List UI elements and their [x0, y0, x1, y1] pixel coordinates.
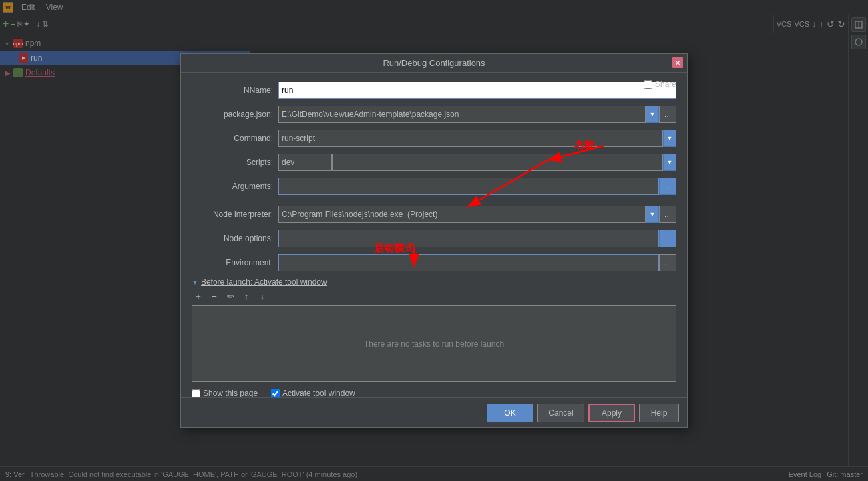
- arguments-browse-btn[interactable]: ⋮: [659, 178, 676, 195]
- environment-input[interactable]: [278, 254, 659, 271]
- before-launch-expand[interactable]: ▼: [192, 279, 198, 286]
- name-input[interactable]: [278, 82, 676, 99]
- before-launch-title[interactable]: Before launch: Activate tool window: [201, 277, 327, 287]
- arguments-input[interactable]: [278, 178, 659, 195]
- activate-tool-window-checkbox[interactable]: [271, 389, 280, 398]
- node-interpreter-dropdown-btn[interactable]: ▼: [646, 206, 659, 223]
- modal-overlay: Run/Debug Configurations ✕ Share NName: …: [0, 0, 868, 481]
- dialog-title: Run/Debug Configurations: [383, 58, 485, 68]
- cancel-button[interactable]: Cancel: [537, 404, 584, 422]
- package-json-dropdown-btn[interactable]: ▼: [646, 106, 659, 123]
- help-button[interactable]: Help: [639, 404, 679, 422]
- before-launch-add-btn[interactable]: +: [192, 289, 205, 303]
- environment-label: Environment:: [192, 258, 278, 267]
- environment-row: Environment: …: [192, 253, 676, 272]
- dialog-footer: OK Cancel Apply Help: [181, 397, 687, 427]
- node-options-label: Node options:: [192, 234, 278, 243]
- launch-tasks-area: There are no tasks to run before launch: [192, 305, 676, 382]
- bottom-checkboxes: Show this page Activate tool window: [192, 389, 676, 398]
- node-interpreter-label: Node interpreter:: [192, 210, 278, 219]
- show-page-label: Show this page: [203, 389, 258, 398]
- package-json-label: package.json:: [192, 110, 278, 119]
- activate-tool-window-checkbox-item: Activate tool window: [271, 389, 355, 398]
- before-launch-header: ▼ Before launch: Activate tool window: [192, 277, 676, 287]
- show-page-checkbox-item: Show this page: [192, 389, 258, 398]
- node-options-input[interactable]: [278, 230, 659, 247]
- arguments-label: Arguments:: [192, 182, 278, 191]
- before-launch-move-up-btn[interactable]: ↑: [240, 289, 253, 303]
- share-checkbox[interactable]: [644, 80, 652, 89]
- before-launch-edit-btn[interactable]: ✏: [224, 289, 237, 303]
- package-json-input[interactable]: [278, 106, 646, 123]
- scripts-select-wrapper: ▼: [278, 154, 676, 171]
- share-label: Share: [655, 79, 676, 89]
- scripts-extra-input[interactable]: [332, 154, 663, 171]
- name-label: NName:: [192, 86, 278, 95]
- node-interpreter-browse-btn[interactable]: …: [659, 206, 676, 223]
- package-json-browse-btn[interactable]: …: [659, 106, 676, 123]
- scripts-row: Scripts: ▼: [192, 153, 676, 172]
- scripts-dropdown-btn[interactable]: ▼: [663, 154, 676, 171]
- ok-button[interactable]: OK: [487, 404, 533, 422]
- command-dropdown-btn[interactable]: ▼: [663, 130, 676, 147]
- name-row: NName: document.currentScript.previousEl…: [192, 81, 676, 100]
- no-tasks-message: There are no tasks to run before launch: [364, 339, 504, 349]
- node-interpreter-wrapper: ▼ …: [278, 206, 676, 223]
- command-label: Command:: [192, 134, 278, 143]
- arguments-row: Arguments: ⋮: [192, 177, 676, 196]
- show-page-checkbox[interactable]: [192, 389, 200, 398]
- dialog-close-button[interactable]: ✕: [672, 57, 683, 68]
- node-interpreter-row: Node interpreter: ▼ …: [192, 205, 676, 224]
- node-interpreter-input[interactable]: [278, 206, 646, 223]
- scripts-input[interactable]: [278, 154, 332, 171]
- command-select-wrapper: run-script ▼: [278, 130, 676, 147]
- command-select[interactable]: run-script: [278, 130, 663, 147]
- dialog-body: NName: document.currentScript.previousEl…: [181, 73, 687, 406]
- activate-tool-window-label: Activate tool window: [282, 389, 355, 398]
- before-launch-remove-btn[interactable]: −: [208, 289, 221, 303]
- apply-button[interactable]: Apply: [588, 404, 635, 422]
- run-debug-dialog: Run/Debug Configurations ✕ Share NName: …: [180, 53, 688, 428]
- share-area: Share: [644, 79, 676, 89]
- before-launch-move-down-btn[interactable]: ↓: [256, 289, 269, 303]
- package-json-select-wrapper: ▼ …: [278, 106, 676, 123]
- command-row: Command: run-script ▼: [192, 129, 676, 148]
- node-options-browse-btn[interactable]: ⋮: [659, 230, 676, 247]
- before-launch-toolbar: + − ✏ ↑ ↓: [192, 289, 676, 303]
- environment-browse-btn[interactable]: …: [659, 254, 676, 271]
- package-json-row: package.json: ▼ …: [192, 105, 676, 124]
- dialog-titlebar: Run/Debug Configurations ✕: [181, 54, 687, 73]
- scripts-label: Scripts:: [192, 158, 278, 167]
- node-options-row: Node options: ⋮: [192, 229, 676, 248]
